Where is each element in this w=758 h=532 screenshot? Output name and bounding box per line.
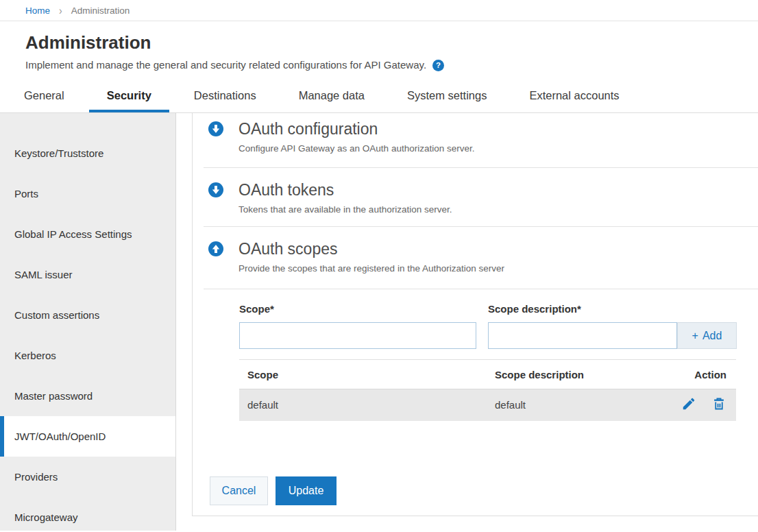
table-row: default default (239, 389, 736, 421)
sidebar-item-ports[interactable]: Ports (0, 173, 175, 214)
cancel-button[interactable]: Cancel (210, 476, 268, 505)
sidebar-item-providers[interactable]: Providers (0, 457, 175, 497)
sidebar-item-keystore-truststore[interactable]: Keystore/Truststore (0, 133, 175, 173)
scope-description-label: Scope description* (488, 303, 737, 315)
section-title-oauth-configuration: OAuth configuration (239, 121, 474, 138)
table-header-row: Scope Scope description Action (239, 360, 736, 389)
circle-arrow-down-icon[interactable] (208, 121, 223, 136)
scope-label: Scope* (239, 303, 476, 315)
section-title-oauth-scopes: OAuth scopes (239, 241, 504, 258)
tab-system-settings[interactable]: System settings (389, 82, 504, 112)
scope-description-input[interactable] (488, 322, 677, 349)
section-oauth-configuration: OAuth configuration Configure API Gatewa… (193, 113, 758, 167)
tab-security[interactable]: Security (89, 82, 169, 112)
cell-scope: default (239, 389, 487, 421)
sidebar-item-global-ip-access-settings[interactable]: Global IP Access Settings (0, 214, 175, 254)
sidebar: Keystore/Truststore Ports Global IP Acce… (0, 113, 176, 531)
column-header-action: Action (673, 360, 736, 389)
sidebar-content-gutter (176, 113, 192, 531)
sidebar-item-master-password[interactable]: Master password (0, 376, 175, 416)
tab-destinations[interactable]: Destinations (176, 82, 274, 112)
section-title-oauth-tokens: OAuth tokens (239, 182, 452, 199)
scopes-form: Scope* Scope description* +Add (239, 303, 748, 349)
section-desc-oauth-scopes: Provide the scopes that are registered i… (239, 263, 504, 274)
circle-arrow-up-icon[interactable] (208, 241, 223, 256)
section-divider (204, 289, 758, 289)
circle-arrow-down-icon[interactable] (208, 182, 223, 197)
section-oauth-tokens: OAuth tokens Tokens that are available i… (193, 168, 758, 226)
help-icon[interactable]: ? (432, 60, 444, 71)
section-desc-oauth-tokens: Tokens that are available in the authori… (239, 204, 452, 215)
page-title: Administration (25, 32, 758, 53)
section-oauth-scopes: OAuth scopes Provide the scopes that are… (193, 227, 758, 289)
column-header-scope-description: Scope description (487, 360, 673, 389)
scope-input[interactable] (239, 322, 476, 349)
content-panel: OAuth configuration Configure API Gatewa… (192, 113, 758, 516)
add-button[interactable]: +Add (677, 322, 737, 349)
update-button[interactable]: Update (276, 476, 337, 505)
footer-actions: Cancel Update (210, 476, 758, 505)
add-button-label: Add (702, 330, 722, 341)
sidebar-item-kerberos[interactable]: Kerberos (0, 335, 175, 376)
column-header-scope: Scope (239, 360, 487, 389)
scopes-table: Scope Scope description Action default d… (239, 359, 736, 421)
delete-icon[interactable] (711, 396, 726, 411)
sidebar-item-saml-issuer[interactable]: SAML issuer (0, 254, 175, 295)
sidebar-item-jwt-oauth-openid[interactable]: JWT/OAuth/OpenID (0, 416, 175, 457)
breadcrumb-current: Administration (71, 5, 130, 16)
sidebar-item-custom-assertions[interactable]: Custom assertions (0, 295, 175, 335)
cell-scope-description: default (487, 389, 673, 421)
tab-external-accounts[interactable]: External accounts (511, 82, 637, 112)
breadcrumb-home-link[interactable]: Home (25, 5, 50, 16)
breadcrumb-chevron-icon: › (59, 3, 62, 16)
page-header: Administration Implement and manage the … (0, 21, 758, 71)
tab-manage-data[interactable]: Manage data (281, 82, 382, 112)
edit-icon[interactable] (681, 396, 696, 411)
tab-general[interactable]: General (6, 82, 82, 112)
tab-bar: General Security Destinations Manage dat… (0, 82, 758, 113)
breadcrumb: Home › Administration (0, 0, 758, 21)
section-desc-oauth-configuration: Configure API Gateway as an OAuth author… (239, 143, 474, 154)
sidebar-item-microgateway[interactable]: Microgateway (0, 497, 175, 532)
page-subtitle: Implement and manage the general and sec… (25, 59, 426, 71)
plus-icon: + (692, 330, 698, 341)
